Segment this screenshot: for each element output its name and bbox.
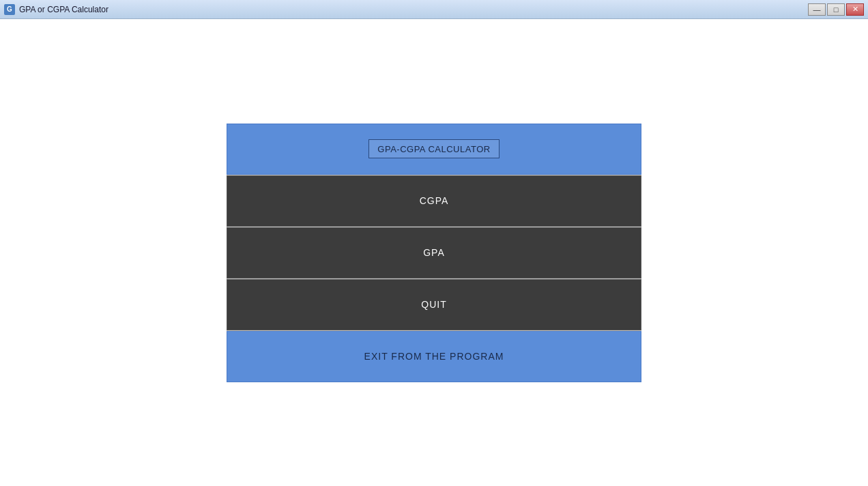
window-controls: — □ ✕ [808, 3, 864, 16]
gpa-button[interactable]: GPA [227, 227, 641, 278]
calculator-title: GPA-CGPA CALCULATOR [377, 144, 490, 154]
close-button[interactable]: ✕ [846, 3, 864, 16]
app-icon: G [4, 4, 15, 15]
title-bar: G GPA or CGPA Calculator — □ ✕ [0, 0, 868, 19]
calculator-panel: GPA-CGPA CALCULATOR CGPA GPA QUIT EXIT F… [227, 124, 641, 382]
exit-label: EXIT FROM THE PROGRAM [364, 351, 504, 362]
main-content: GPA-CGPA CALCULATOR CGPA GPA QUIT EXIT F… [0, 19, 868, 486]
maximize-button[interactable]: □ [827, 3, 845, 16]
quit-label: QUIT [421, 299, 446, 310]
gpa-label: GPA [423, 247, 445, 258]
quit-button[interactable]: QUIT [227, 279, 641, 330]
title-bar-left: G GPA or CGPA Calculator [4, 4, 108, 15]
cgpa-label: CGPA [420, 195, 449, 206]
cgpa-button[interactable]: CGPA [227, 175, 641, 227]
window-title: GPA or CGPA Calculator [19, 5, 108, 14]
header-panel: GPA-CGPA CALCULATOR [227, 124, 641, 175]
exit-button[interactable]: EXIT FROM THE PROGRAM [227, 331, 641, 382]
header-label-box: GPA-CGPA CALCULATOR [368, 139, 499, 158]
minimize-button[interactable]: — [808, 3, 826, 16]
